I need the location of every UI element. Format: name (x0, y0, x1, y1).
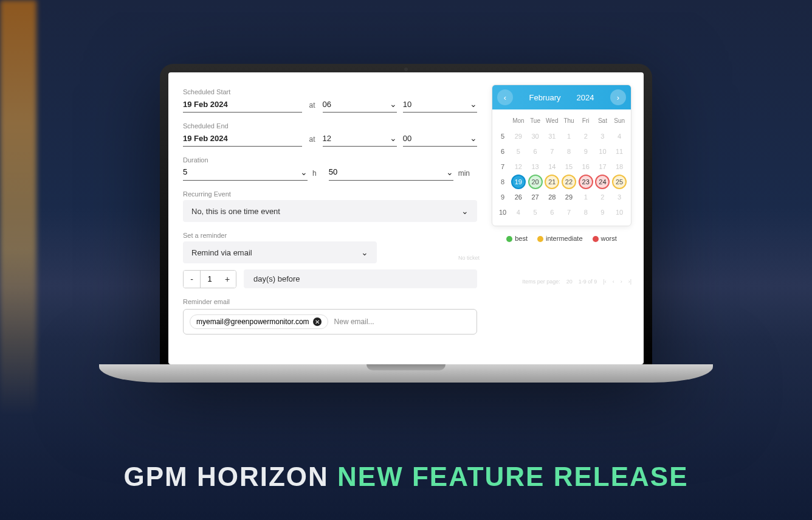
hours-unit: h (312, 169, 317, 178)
items-per-page: Items per page: 20 1-9 of 9 |‹ ‹ › ›| (492, 279, 631, 285)
calendar: ‹ February 2024 › MonTueWedThuFriSatSun5… (492, 85, 631, 226)
calendar-next-button[interactable]: › (610, 89, 626, 105)
chevron-down-icon: ⌄ (446, 167, 453, 177)
week-number: 6 (496, 148, 509, 155)
dow-header: Fri (578, 117, 594, 124)
calendar-day[interactable]: 7 (545, 144, 559, 159)
chevron-down-icon: ⌄ (390, 99, 397, 109)
calendar-day[interactable]: 7 (562, 205, 576, 220)
duration-hours-select[interactable]: 5⌄ (183, 166, 308, 181)
calendar-day[interactable]: 15 (562, 159, 576, 174)
calendar-day[interactable]: 1 (562, 129, 576, 144)
email-chip: myemail@greenpowermonitor.com ✕ (190, 314, 328, 329)
pager-first-icon[interactable]: |‹ (603, 279, 606, 285)
calendar-day[interactable]: 3 (612, 190, 627, 204)
calendar-day[interactable]: 9 (595, 205, 610, 220)
calendar-day[interactable]: 20 (528, 175, 543, 189)
calendar-day[interactable]: 4 (612, 129, 627, 144)
chevron-down-icon: ⌄ (390, 133, 397, 143)
calendar-day[interactable]: 16 (579, 159, 593, 174)
calendar-day[interactable]: 25 (612, 175, 627, 189)
calendar-day[interactable]: 2 (579, 129, 593, 144)
reminder-select[interactable]: Remind via email⌄ (183, 241, 377, 263)
reminder-label: Set a reminder (183, 232, 477, 239)
calendar-day[interactable]: 9 (579, 144, 593, 159)
calendar-day[interactable]: 12 (511, 159, 526, 174)
calendar-month[interactable]: February (529, 93, 561, 102)
new-email-placeholder[interactable]: New email... (334, 317, 374, 326)
calendar-day[interactable]: 13 (528, 159, 543, 174)
calendar-day[interactable]: 10 (595, 144, 610, 159)
scheduled-end-label: Scheduled End (183, 122, 477, 130)
dow-header: Sun (611, 117, 627, 124)
calendar-day[interactable]: 14 (545, 159, 559, 174)
calendar-day[interactable]: 31 (545, 129, 559, 144)
start-min-select[interactable]: 10⌄ (403, 98, 477, 113)
scheduled-start-date[interactable]: 19 Feb 2024 (183, 98, 302, 113)
chevron-down-icon: ⌄ (361, 248, 368, 257)
dow-header: Tue (528, 117, 543, 124)
calendar-legend: best intermediate worst (492, 235, 631, 242)
remove-email-icon[interactable]: ✕ (313, 317, 322, 326)
week-number: 7 (496, 163, 509, 170)
pager-prev-icon[interactable]: ‹ (613, 279, 614, 285)
calendar-day[interactable]: 17 (595, 159, 610, 174)
calendar-day[interactable]: 10 (612, 205, 627, 220)
stepper-minus-button[interactable]: - (184, 271, 201, 288)
calendar-day[interactable]: 5 (511, 144, 526, 159)
calendar-day[interactable]: 19 (511, 175, 526, 189)
calendar-year[interactable]: 2024 (577, 93, 594, 102)
reminder-email-input[interactable]: myemail@greenpowermonitor.com ✕ New emai… (183, 309, 477, 335)
calendar-day[interactable]: 2 (595, 190, 610, 204)
calendar-day[interactable]: 4 (511, 205, 526, 220)
calendar-day[interactable]: 29 (562, 190, 576, 204)
week-number: 5 (496, 133, 509, 140)
calendar-day[interactable]: 29 (511, 129, 526, 144)
dow-header: Sat (595, 117, 611, 124)
calendar-day[interactable]: 23 (579, 175, 593, 189)
start-hour-select[interactable]: 06⌄ (323, 98, 397, 113)
pager-next-icon[interactable]: › (621, 279, 622, 285)
end-min-select[interactable]: 00⌄ (403, 132, 477, 147)
dow-header: Wed (544, 117, 560, 124)
chevron-down-icon: ⌄ (300, 167, 308, 177)
calendar-day[interactable]: 8 (562, 144, 576, 159)
release-banner: GPM HORIZON NEW FEATURE RELEASE (12, 462, 800, 492)
calendar-day[interactable]: 3 (595, 129, 610, 144)
calendar-day[interactable]: 18 (612, 159, 627, 174)
at-label: at (309, 101, 315, 109)
calendar-day[interactable]: 22 (562, 175, 576, 189)
calendar-day[interactable]: 8 (579, 205, 593, 220)
calendar-day[interactable]: 6 (528, 144, 543, 159)
calendar-day[interactable]: 26 (511, 190, 526, 204)
scheduled-start-label: Scheduled Start (183, 88, 477, 95)
dow-header: Mon (511, 117, 526, 124)
scheduled-end-date[interactable]: 19 Feb 2024 (183, 132, 302, 147)
calendar-day[interactable]: 11 (612, 144, 627, 159)
calendar-day[interactable]: 27 (528, 190, 543, 204)
calendar-day[interactable]: 21 (545, 175, 559, 189)
chevron-down-icon: ⌄ (470, 133, 477, 143)
chevron-down-icon: ⌄ (461, 206, 469, 216)
calendar-day[interactable]: 24 (595, 175, 610, 189)
background-pager: No ticket (458, 255, 480, 261)
reminder-days-stepper: - 1 + (183, 270, 236, 288)
calendar-day[interactable]: 30 (528, 129, 543, 144)
at-label: at (309, 135, 315, 144)
recurring-select[interactable]: No, this is one time event⌄ (183, 200, 477, 222)
days-before-label: day(s) before (244, 269, 477, 288)
stepper-value: 1 (201, 271, 219, 288)
calendar-prev-button[interactable]: ‹ (497, 89, 513, 105)
calendar-day[interactable]: 1 (579, 190, 593, 204)
duration-mins-select[interactable]: 50⌄ (329, 166, 453, 181)
stepper-plus-button[interactable]: + (219, 271, 236, 288)
duration-label: Duration (183, 156, 477, 164)
calendar-day[interactable]: 28 (545, 190, 559, 204)
calendar-day[interactable]: 5 (528, 205, 543, 220)
schedule-form: Scheduled Start 19 Feb 2024 at 06⌄ (168, 72, 492, 364)
dow-header: Thu (561, 117, 577, 124)
calendar-day[interactable]: 6 (545, 205, 559, 220)
reminder-email-label: Reminder email (183, 298, 477, 305)
pager-last-icon[interactable]: ›| (628, 279, 631, 285)
end-hour-select[interactable]: 12⌄ (323, 132, 397, 147)
